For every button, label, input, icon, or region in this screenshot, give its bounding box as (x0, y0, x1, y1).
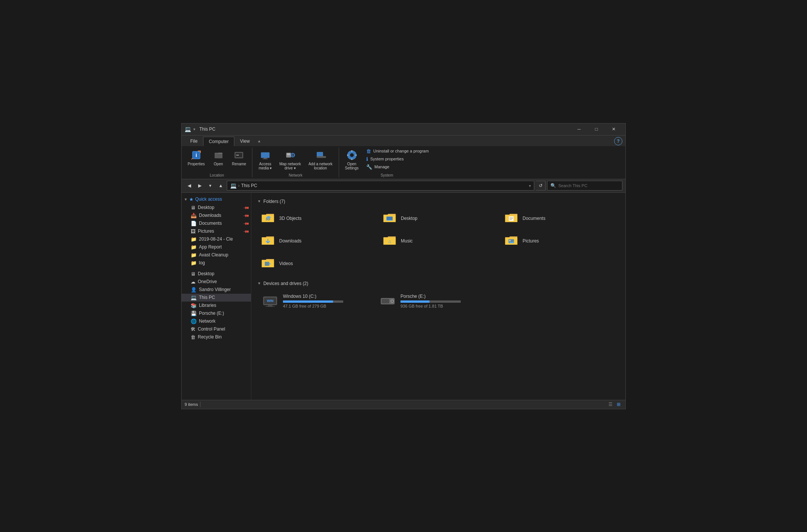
open-settings-button[interactable]: Open Settings (342, 148, 362, 172)
svg-rect-22 (355, 155, 357, 155)
folder-videos-label: Videos (279, 261, 293, 266)
tab-file[interactable]: File (185, 136, 203, 146)
folder-icon-0: 📁 (191, 236, 197, 242)
folder-desktop-label: Desktop (401, 216, 417, 221)
quick-access-arrow[interactable]: ▾ (193, 127, 196, 132)
ribbon-collapse-button[interactable]: ▲ (255, 136, 263, 146)
folders-toggle-icon[interactable]: ▼ (257, 199, 261, 203)
drive-e-bar-fill (400, 300, 429, 303)
folder-icon-3d-objects: 3D (261, 212, 276, 225)
avast-cleanup-label: Avast Cleanup (199, 252, 228, 258)
tab-computer[interactable]: Computer (203, 137, 234, 146)
path-dropdown-icon[interactable]: ▾ (529, 184, 531, 188)
pictures-label: Pictures (198, 229, 214, 234)
address-path[interactable]: 💻 › This PC ▾ (227, 181, 534, 191)
address-bar: ◀ ▶ ▾ ▲ 💻 › This PC ▾ ↺ 🔍 (182, 179, 625, 193)
sidebar-item-app-report[interactable]: 📁 App Report (182, 243, 251, 251)
folders-grid: 3D 3D Objects (257, 209, 619, 273)
uninstall-menu-item[interactable]: 🗑 Uninstall or change a program (363, 148, 432, 155)
grid-view-button[interactable]: ⊞ (615, 401, 622, 408)
help-button[interactable]: ? (614, 137, 622, 145)
folder-item-3d-objects[interactable]: 3D 3D Objects (257, 209, 376, 228)
folders-section-header: ▼ Folders (7) (257, 199, 619, 204)
folder-icon-music: ♫ (383, 234, 398, 248)
rename-button[interactable]: Rename (229, 148, 249, 168)
list-view-button[interactable]: ☰ (607, 401, 614, 408)
sidebar-nav-onedrive[interactable]: ☁ OneDrive (182, 278, 251, 286)
sidebar-item-downloads[interactable]: 📥 Downloads 📌 (182, 212, 251, 220)
sidebar-nav-control-panel[interactable]: 🛠 Control Panel (182, 325, 251, 333)
svg-rect-19 (352, 150, 352, 152)
forward-button[interactable]: ▶ (195, 181, 204, 190)
svg-rect-25 (387, 216, 393, 220)
file-area: ▼ Folders (7) 3D 3D Objects (251, 193, 625, 400)
sidebar-item-documents[interactable]: 📄 Documents 📌 (182, 220, 251, 227)
uninstall-icon: 🗑 (366, 148, 371, 154)
add-network-location-button[interactable]: Add a network location (306, 148, 336, 172)
svg-rect-26 (387, 220, 393, 221)
nav-this-pc-label: This PC (199, 295, 215, 300)
nav-libraries-label: Libraries (199, 303, 216, 308)
drive-item-porsche-e[interactable]: Porsche (E:) 936 GB free of 1.81 TB (375, 291, 488, 312)
open-settings-icon (346, 149, 358, 161)
drive-item-windows-c[interactable]: WIN Windows 10 (C:) 47.1 GB free of 279 … (257, 291, 370, 312)
sidebar-nav-network[interactable]: 🌐 Network (182, 317, 251, 325)
access-media-label2: media ▾ (258, 166, 272, 170)
folder-item-pictures[interactable]: Pictures (501, 231, 619, 251)
window-controls: ─ □ ✕ (570, 123, 622, 135)
sidebar-nav-porsche[interactable]: 💾 Porsche (E:) (182, 309, 251, 317)
add-network-location-label: Add a network (309, 162, 333, 166)
sidebar-nav-libraries[interactable]: 📚 Libraries (182, 302, 251, 309)
properties-button[interactable]: i Properties (185, 148, 208, 168)
svg-rect-38 (268, 305, 272, 306)
search-icon: 🔍 (550, 183, 556, 188)
folder-item-videos[interactable]: Videos (257, 254, 376, 273)
map-network-drive-button[interactable]: Map network drive ▾ (276, 148, 304, 172)
up-button[interactable]: ▲ (216, 181, 225, 190)
close-button[interactable]: ✕ (605, 123, 622, 135)
sidebar-nav-recycle-bin[interactable]: 🗑 Recycle Bin (182, 333, 251, 341)
pin-icon-2: 📌 (243, 212, 249, 218)
tab-view[interactable]: View (234, 136, 255, 146)
system-properties-menu-item[interactable]: ℹ System properties (363, 155, 432, 163)
folder-item-music[interactable]: ♫ Music (379, 231, 498, 251)
folder-item-documents[interactable]: Documents (501, 209, 619, 228)
open-button[interactable]: Open (209, 148, 228, 168)
sidebar-item-log[interactable]: 📁 log (182, 259, 251, 267)
sidebar-nav-this-pc[interactable]: 💻 This PC (182, 294, 251, 302)
file-explorer-window: 💻 ▾ This PC ─ □ ✕ File Computer View ▲ ? (181, 123, 626, 409)
drives-section-header: ▼ Devices and drives (2) (257, 281, 619, 286)
folder-item-desktop[interactable]: Desktop (379, 209, 498, 228)
back-button[interactable]: ◀ (185, 181, 194, 190)
pictures-icon: 🖼 (191, 229, 196, 234)
search-input[interactable] (558, 183, 619, 188)
sidebar-item-avast-cleanup[interactable]: 📁 Avast Cleanup (182, 251, 251, 259)
sidebar-item-2019-folder[interactable]: 📁 2019-08-24 - Cle (182, 235, 251, 243)
nav-sandro-label: Sandro Villinger (199, 287, 231, 292)
recent-button[interactable]: ▾ (206, 181, 215, 190)
manage-menu-item[interactable]: 🔧 Manage (363, 163, 432, 171)
drive-e-info: Porsche (E:) 936 GB free of 1.81 TB (400, 294, 484, 308)
system-menu-items: 🗑 Uninstall or change a program ℹ System… (363, 148, 432, 171)
nav-onedrive-label: OneDrive (198, 279, 217, 284)
sidebar-item-desktop[interactable]: 🖥 Desktop 📌 (182, 204, 251, 212)
system-group-label: System (342, 172, 432, 177)
drives-grid: WIN Windows 10 (C:) 47.1 GB free of 279 … (257, 291, 619, 312)
maximize-button[interactable]: □ (588, 123, 605, 135)
folder-icon-pictures (504, 234, 520, 248)
ribbon-tab-bar: File Computer View ▲ ? (182, 136, 625, 146)
documents-label: Documents (199, 221, 222, 226)
drives-toggle-icon[interactable]: ▼ (257, 281, 261, 285)
ribbon-group-network: Access media ▾ (252, 148, 339, 177)
log-label: log (199, 260, 205, 265)
minimize-button[interactable]: ─ (570, 123, 588, 135)
sidebar-nav-desktop[interactable]: 🖥 Desktop (182, 270, 251, 278)
refresh-button[interactable]: ↺ (536, 181, 546, 191)
sidebar-quick-access-header[interactable]: ▼ ★ Quick access (182, 195, 251, 204)
sidebar-item-pictures[interactable]: 🖼 Pictures 📌 (182, 227, 251, 235)
access-media-button[interactable]: Access media ▾ (255, 148, 275, 172)
nav-network-label: Network (199, 319, 216, 324)
folder-item-downloads[interactable]: Downloads (257, 231, 376, 251)
sidebar-nav-sandro[interactable]: 👤 Sandro Villinger (182, 286, 251, 294)
svg-text:♫: ♫ (388, 239, 391, 244)
